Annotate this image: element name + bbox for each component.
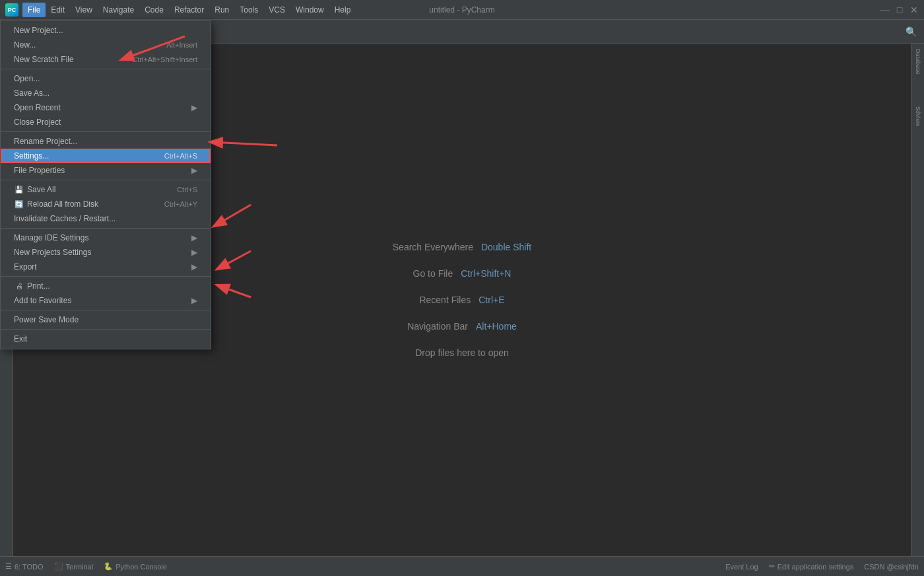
- title-bar: PC File Edit View Navigate Code Refactor…: [0, 0, 924, 20]
- menu-file[interactable]: File: [22, 3, 46, 17]
- status-todo[interactable]: ☰ 6: TODO: [5, 562, 44, 571]
- edit-settings-icon: ✏: [769, 562, 775, 571]
- status-bar-right: Event Log ✏ Edit application settings CS…: [725, 562, 919, 571]
- menu-item-reload-all[interactable]: 🔄 Reload All from Disk Ctrl+Alt+Y: [1, 197, 211, 211]
- right-sidebar: Database SdView: [911, 44, 924, 556]
- separator-4: [1, 228, 211, 229]
- window-title: untitled - PyCharm: [429, 5, 494, 15]
- menu-window[interactable]: Window: [290, 3, 329, 17]
- menu-item-add-favorites[interactable]: Add to Favorites ▶: [1, 293, 211, 308]
- event-log-label: Event Log: [725, 563, 758, 571]
- todo-label: 6: TODO: [15, 563, 44, 571]
- terminal-label: Terminal: [66, 563, 94, 571]
- hint-nav-bar: Navigation Bar Alt+Home: [407, 321, 517, 332]
- hint-search-everywhere: Search Everywhere Double Shift: [393, 242, 531, 252]
- menu-item-rename-project[interactable]: Rename Project...: [1, 134, 211, 149]
- search-everywhere-button[interactable]: 🔍: [903, 24, 919, 40]
- status-python-console[interactable]: 🐍 Python Console: [104, 562, 167, 571]
- menu-item-export[interactable]: Export ▶: [1, 260, 211, 274]
- database-panel-toggle[interactable]: Database: [913, 46, 923, 77]
- todo-icon: ☰: [5, 562, 12, 571]
- python-console-icon: 🐍: [104, 562, 113, 571]
- status-event-log[interactable]: Event Log: [725, 563, 758, 571]
- status-terminal[interactable]: ⬛ Terminal: [54, 562, 94, 571]
- menu-item-open[interactable]: Open...: [1, 71, 211, 86]
- menu-code[interactable]: Code: [139, 3, 169, 17]
- menu-item-power-save[interactable]: Power Save Mode: [1, 312, 211, 327]
- status-bar: ☰ 6: TODO ⬛ Terminal 🐍 Python Console Ev…: [0, 556, 924, 576]
- terminal-icon: ⬛: [54, 562, 63, 571]
- menu-item-manage-ide[interactable]: Manage IDE Settings ▶: [1, 231, 211, 245]
- separator-1: [1, 69, 211, 69]
- dropdown-container: New Project... New... Alt+Insert New Scr…: [0, 20, 211, 349]
- hint-search-everywhere-shortcut: Double Shift: [481, 242, 531, 252]
- menu-item-close-project[interactable]: Close Project: [1, 115, 211, 129]
- app-icon: PC: [5, 3, 18, 17]
- hint-goto-file: Go to File Ctrl+Shift+N: [413, 268, 512, 279]
- menu-vcs[interactable]: VCS: [263, 3, 290, 17]
- hint-nav-bar-label: Navigation Bar: [407, 321, 468, 332]
- menu-item-file-properties[interactable]: File Properties ▶: [1, 163, 211, 178]
- menu-item-settings[interactable]: Settings... Ctrl+Alt+S: [1, 149, 211, 163]
- menu-item-new-scratch-file[interactable]: New Scratch File Ctrl+Alt+Shift+Insert: [1, 52, 211, 67]
- hint-goto-file-shortcut: Ctrl+Shift+N: [461, 268, 511, 279]
- hint-recent-files-shortcut: Ctrl+E: [478, 295, 504, 305]
- menu-tools[interactable]: Tools: [234, 3, 263, 17]
- menu-help[interactable]: Help: [329, 3, 356, 17]
- menu-item-save-all[interactable]: 💾 Save All Ctrl+S: [1, 182, 211, 197]
- minimize-button[interactable]: —: [880, 5, 890, 15]
- status-csdn: CSDN @cslnjfdn: [864, 563, 919, 571]
- maximize-button[interactable]: □: [895, 5, 904, 15]
- hint-drop-files: Drop files here to open: [415, 347, 509, 358]
- python-console-label: Python Console: [116, 563, 167, 571]
- status-edit-settings[interactable]: ✏ Edit application settings: [769, 562, 854, 571]
- menu-refactor[interactable]: Refactor: [169, 3, 209, 17]
- hint-goto-file-label: Go to File: [413, 268, 453, 279]
- menu-run[interactable]: Run: [209, 3, 234, 17]
- menu-navigate[interactable]: Navigate: [98, 3, 139, 17]
- hint-recent-files: Recent Files Ctrl+E: [419, 295, 504, 305]
- menu-item-new-projects-settings[interactable]: New Projects Settings ▶: [1, 245, 211, 260]
- separator-6: [1, 310, 211, 310]
- hint-recent-files-label: Recent Files: [419, 295, 471, 305]
- menu-item-invalidate-caches[interactable]: Invalidate Caches / Restart...: [1, 211, 211, 226]
- hint-nav-bar-shortcut: Alt+Home: [476, 321, 517, 332]
- window-controls: — □ ✕: [880, 5, 919, 15]
- hint-drop-files-label: Drop files here to open: [415, 347, 509, 358]
- hint-search-everywhere-label: Search Everywhere: [393, 242, 473, 252]
- menu-edit[interactable]: Edit: [46, 3, 70, 17]
- separator-5: [1, 276, 211, 277]
- menubar: PC File Edit View Navigate Code Refactor…: [5, 3, 356, 17]
- menu-view[interactable]: View: [70, 3, 98, 17]
- separator-7: [1, 329, 211, 330]
- menu-bar: File Edit View Navigate Code Refactor Ru…: [22, 3, 356, 17]
- menu-item-new-project[interactable]: New Project...: [1, 23, 211, 38]
- menu-item-exit[interactable]: Exit: [1, 332, 211, 346]
- menu-item-save-as[interactable]: Save As...: [1, 86, 211, 100]
- edit-settings-label: Edit application settings: [777, 563, 854, 571]
- sdview-panel-toggle[interactable]: SdView: [913, 104, 923, 129]
- csdn-label: CSDN @cslnjfdn: [864, 563, 919, 571]
- close-button[interactable]: ✕: [909, 5, 919, 15]
- menu-item-new[interactable]: New... Alt+Insert: [1, 38, 211, 52]
- menu-item-open-recent[interactable]: Open Recent ▶: [1, 100, 211, 115]
- separator-3: [1, 180, 211, 180]
- file-dropdown-menu: New Project... New... Alt+Insert New Scr…: [0, 20, 211, 349]
- separator-2: [1, 131, 211, 132]
- menu-item-print[interactable]: 🖨 Print...: [1, 279, 211, 293]
